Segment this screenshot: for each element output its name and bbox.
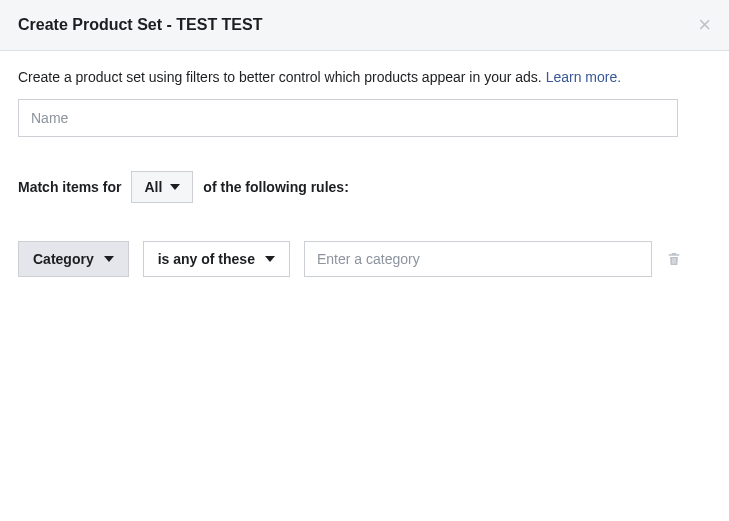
match-scope-label: All (144, 179, 162, 195)
chevron-down-icon (170, 184, 180, 190)
intro-text: Create a product set using filters to be… (18, 69, 546, 85)
modal-body: Create a product set using filters to be… (0, 51, 729, 295)
match-prefix: Match items for (18, 179, 121, 195)
rule-operator-label: is any of these (158, 251, 255, 267)
modal-title: Create Product Set - TEST TEST (18, 16, 262, 34)
product-set-name-input[interactable] (18, 99, 678, 137)
rule-field-label: Category (33, 251, 94, 267)
intro-text-row: Create a product set using filters to be… (18, 69, 711, 85)
rule-row: Category is any of these (18, 241, 711, 277)
modal-header: Create Product Set - TEST TEST × (0, 0, 729, 51)
learn-more-link[interactable]: Learn more. (546, 69, 621, 85)
chevron-down-icon (265, 256, 275, 262)
chevron-down-icon (104, 256, 114, 262)
rule-field-dropdown[interactable]: Category (18, 241, 129, 277)
rule-operator-dropdown[interactable]: is any of these (143, 241, 290, 277)
delete-rule-button[interactable] (666, 251, 682, 267)
rule-value-input[interactable] (304, 241, 652, 277)
trash-icon (666, 251, 682, 267)
match-scope-dropdown[interactable]: All (131, 171, 193, 203)
close-icon[interactable]: × (698, 14, 711, 36)
match-suffix: of the following rules: (203, 179, 348, 195)
match-rule-sentence: Match items for All of the following rul… (18, 171, 711, 203)
